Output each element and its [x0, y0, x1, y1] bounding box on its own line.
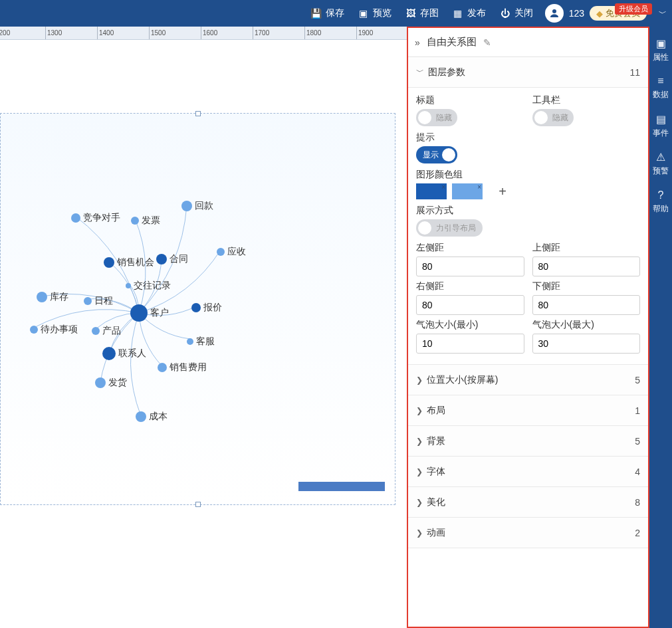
top-toolbar: 💾保存 ▣预览 🖼存图 ▦发布 ⏻关闭 123 ◆ 免费会员 升级会员 ﹀ — [0, 0, 672, 27]
graph-node[interactable]: 联系人 — [102, 347, 146, 360]
upgrade-badge[interactable]: 升级会员 — [615, 3, 652, 15]
label-bubble-max: 气泡大小(最大) — [532, 319, 641, 331]
graph-node[interactable]: 销售费用 — [158, 362, 207, 373]
graph-node[interactable]: 报价 — [191, 302, 222, 314]
diamond-icon: ◆ — [596, 9, 603, 19]
graph-node[interactable]: 产品 — [92, 325, 121, 337]
label-right-margin: 右侧距 — [416, 280, 524, 292]
graph-node[interactable]: 销售机会 — [104, 257, 154, 268]
input-top-margin[interactable] — [532, 257, 641, 276]
properties-panel: » 自由关系图 ✎ ﹀ 图层参数 11 标题 隐藏 工具栏 隐藏 提示 显示 图… — [407, 27, 649, 628]
events-icon: ▤ — [656, 113, 666, 126]
label-left-margin: 左侧距 — [416, 242, 524, 254]
data-icon: ≡ — [657, 75, 663, 87]
color-swatch[interactable]: × — [416, 183, 447, 199]
graph-node[interactable]: 待办事项 — [30, 324, 78, 336]
section-header[interactable]: ❯位置大小(按屏幕)5 — [408, 365, 648, 395]
panel-header: » 自由关系图 ✎ — [408, 28, 648, 57]
input-left-margin[interactable] — [416, 257, 524, 276]
close-button[interactable]: ⏻关闭 — [499, 7, 533, 19]
export-image-button[interactable]: 🖼存图 — [405, 7, 439, 19]
edit-icon[interactable]: ✎ — [483, 37, 491, 48]
user-id: 123 — [569, 8, 584, 19]
svg-point-0 — [552, 9, 556, 13]
remove-color-icon[interactable]: × — [477, 183, 481, 191]
scrollbar-thumb[interactable] — [298, 482, 385, 491]
graph-node[interactable]: 客户 — [130, 304, 169, 322]
panel-title: 自由关系图 — [427, 36, 477, 49]
toggle-toolbar[interactable]: 隐藏 — [532, 109, 574, 126]
chart-selection-box[interactable]: 客户回款竞争对手发票应收合同销售机会交往记录库存日程报价待办事项产品客服联系人销… — [0, 113, 395, 505]
graph-node[interactable]: 合同 — [156, 253, 188, 265]
input-bubble-min[interactable] — [416, 334, 524, 354]
image-icon: 🖼 — [405, 7, 417, 19]
add-color-button[interactable]: + — [496, 184, 509, 199]
tab-help[interactable]: ?帮助 — [653, 189, 669, 213]
power-icon: ⏻ — [499, 7, 511, 19]
label-top-margin: 上侧距 — [532, 242, 641, 254]
help-icon: ? — [658, 189, 664, 201]
graph-node[interactable]: 交往记录 — [126, 280, 171, 292]
graph-node[interactable]: 发货 — [95, 377, 127, 389]
toggle-display-mode[interactable]: 力引导布局 — [416, 219, 483, 237]
preview-icon: ▣ — [358, 7, 370, 19]
save-icon: 💾 — [310, 7, 322, 19]
graph-node[interactable]: 竞争对手 — [71, 212, 120, 224]
label-display-mode: 展示方式 — [416, 205, 640, 217]
caret-down-icon: ﹀ — [416, 66, 424, 78]
publish-button[interactable]: ▦发布 — [452, 7, 486, 19]
toggle-tooltip[interactable]: 显示 — [416, 146, 457, 163]
caret-right-icon: ❯ — [416, 528, 423, 538]
caret-right-icon: ❯ — [416, 498, 423, 507]
tab-properties[interactable]: ▣属性 — [653, 37, 669, 62]
right-tab-bar: ▣属性 ≡数据 ▤事件 ⚠预警 ?帮助 — [649, 27, 672, 628]
graph-node[interactable]: 日程 — [84, 295, 113, 307]
label-toolbar: 工具栏 — [532, 94, 641, 106]
chevron-down-icon[interactable]: ﹀ — [659, 8, 667, 19]
caret-right-icon: ❯ — [416, 437, 423, 446]
section-header-layer[interactable]: ﹀ 图层参数 11 — [408, 57, 648, 88]
canvas-area[interactable]: 12001300140015001600170018001900 客户回款竞争对… — [0, 27, 407, 628]
remove-color-icon[interactable]: × — [441, 183, 445, 191]
properties-icon: ▣ — [656, 37, 666, 50]
save-button[interactable]: 💾保存 — [310, 7, 344, 19]
section-header[interactable]: ❯布局1 — [408, 395, 648, 426]
alert-icon: ⚠ — [656, 151, 665, 163]
label-bottom-margin: 下侧距 — [532, 280, 641, 292]
section-header[interactable]: ❯字体4 — [408, 457, 648, 487]
section-header[interactable]: ❯美化8 — [408, 487, 648, 518]
resize-handle-top[interactable] — [195, 111, 201, 116]
graph-node[interactable]: 成本 — [136, 411, 168, 423]
resize-handle-bottom[interactable] — [195, 502, 201, 507]
caret-right-icon: ❯ — [416, 375, 423, 385]
preview-button[interactable]: ▣预览 — [358, 7, 392, 19]
tab-alert[interactable]: ⚠预警 — [653, 151, 669, 175]
graph-node[interactable]: 应收 — [217, 246, 246, 258]
tab-data[interactable]: ≡数据 — [653, 75, 669, 99]
graph-node[interactable]: 库存 — [37, 291, 68, 303]
graph-node[interactable]: 发票 — [131, 215, 160, 227]
member-badge[interactable]: ◆ 免费会员 升级会员 — [590, 6, 647, 21]
section-header[interactable]: ❯背景5 — [408, 426, 648, 457]
label-tooltip: 提示 — [416, 132, 640, 144]
toggle-title[interactable]: 隐藏 — [416, 109, 457, 126]
tab-events[interactable]: ▤事件 — [653, 113, 669, 138]
color-swatch[interactable]: × — [452, 183, 483, 199]
graph-node[interactable]: 回款 — [181, 200, 213, 212]
input-right-margin[interactable] — [416, 295, 524, 315]
avatar[interactable] — [545, 4, 564, 23]
input-bubble-max[interactable] — [532, 334, 641, 354]
section-header[interactable]: ❯动画2 — [408, 518, 648, 548]
caret-right-icon: ❯ — [416, 406, 423, 415]
collapse-icon[interactable]: » — [415, 37, 420, 48]
qr-icon: ▦ — [452, 7, 464, 19]
graph-node[interactable]: 客服 — [187, 336, 215, 348]
label-color-group: 图形颜色组 — [416, 169, 640, 181]
label-bubble-min: 气泡大小(最小) — [416, 319, 524, 331]
input-bottom-margin[interactable] — [532, 295, 641, 315]
horizontal-ruler: 12001300140015001600170018001900 — [0, 27, 407, 40]
caret-right-icon: ❯ — [416, 467, 423, 476]
label-title: 标题 — [416, 94, 524, 106]
